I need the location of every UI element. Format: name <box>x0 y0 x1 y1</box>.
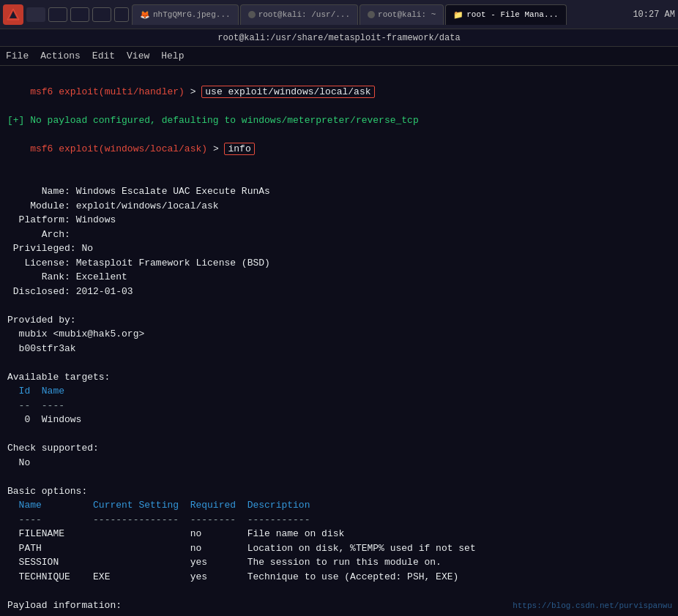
info-priv: Privileged: No <box>7 241 671 256</box>
blank-2 <box>7 298 671 313</box>
blank-3 <box>7 356 671 370</box>
cmd-use: use exploit/windows/local/ask <box>201 86 374 98</box>
info-arch: Arch: <box>7 228 671 242</box>
basic-options: Basic options: <box>7 484 671 499</box>
taskbar-btn-5[interactable] <box>114 7 129 22</box>
taskbar-btn-4[interactable] <box>92 7 111 22</box>
payload-info: Payload information: <box>7 598 671 613</box>
author-1: mubix <mubix@hak5.org> <box>7 327 671 342</box>
options-header: Name Current Setting Required Descriptio… <box>7 498 671 513</box>
tab-firefox[interactable]: 🦊 nhTgQMrG.jpeg... <box>132 4 239 25</box>
avail-targets: Available targets: <box>7 370 671 385</box>
opt-technique: TECHNIQUE EXE yes Technique to use (Acce… <box>7 570 671 585</box>
menu-edit[interactable]: Edit <box>92 50 115 61</box>
blank-7 <box>7 612 671 616</box>
info-platform: Platform: Windows <box>7 213 671 228</box>
check-supported: Check supported: <box>7 441 671 456</box>
tab-filemanager[interactable]: 📁 root - File Mana... <box>445 4 566 25</box>
author-2: b00stfr3ak <box>7 342 671 356</box>
provided-by: Provided by: <box>7 313 671 328</box>
opt-filename: FILENAME no File name on disk <box>7 527 671 541</box>
menu-file[interactable]: File <box>6 50 29 61</box>
targets-header: Id Name <box>7 384 671 399</box>
menubar: File Actions Edit View Help <box>0 47 678 66</box>
taskbar-right: 10:27 AM <box>633 10 675 20</box>
taskbar: 🦊 nhTgQMrG.jpeg... root@kali: /usr/... r… <box>0 0 678 29</box>
info-rank: Rank: Excellent <box>7 270 671 285</box>
info-disclosed: Disclosed: 2012-01-03 <box>7 285 671 299</box>
terminal-path: root@kali:/usr/share/metasploit-framewor… <box>217 33 460 43</box>
blank-4 <box>7 427 671 442</box>
tab-terminal1-label: root@kali: /usr/... <box>258 10 350 19</box>
targets-sep: -- ---- <box>7 399 671 413</box>
tab-terminal1[interactable]: root@kali: /usr/... <box>240 4 358 25</box>
kali-icon[interactable] <box>3 4 23 25</box>
taskbar-tabs: 🦊 nhTgQMrG.jpeg... root@kali: /usr/... r… <box>132 4 633 25</box>
terminal-line-2: [+] No payload configured, defaulting to… <box>7 113 671 128</box>
cmd-info: info <box>224 143 254 155</box>
taskbar-btn-3[interactable] <box>70 7 89 22</box>
tab-filemanager-label: root - File Mana... <box>466 10 558 19</box>
taskbar-btn-2[interactable] <box>48 7 67 22</box>
prompt-close-1: ) <box>179 86 185 97</box>
tab-terminal2[interactable]: root@kali: ~ <box>360 4 444 25</box>
terminal-titlebar: root@kali:/usr/share/metasploit-framewor… <box>0 29 678 47</box>
menu-help[interactable]: Help <box>161 50 184 61</box>
terminal-line-3: msf6 exploit(windows/local/ask) > info <box>7 127 671 170</box>
prompt-msf6-2: msf6 exploit( <box>30 143 104 154</box>
taskbar-left <box>3 4 129 25</box>
check-no: No <box>7 456 671 470</box>
tab-firefox-label: nhTgQMrG.jpeg... <box>153 10 231 19</box>
taskbar-btn-1[interactable] <box>26 7 45 22</box>
taskbar-time: 10:27 AM <box>633 10 675 20</box>
tab-terminal2-label: root@kali: ~ <box>378 10 436 19</box>
terminal[interactable]: msf6 exploit(multi/handler) > use exploi… <box>0 66 678 616</box>
blank-1 <box>7 170 671 185</box>
prompt-gt-1: > <box>185 86 201 97</box>
blank-5 <box>7 470 671 484</box>
terminal-line-1: msf6 exploit(multi/handler) > use exploi… <box>7 70 671 113</box>
target-0: 0 Windows <box>7 413 671 427</box>
blank-6 <box>7 584 671 598</box>
info-module: Module: exploit/windows/local/ask <box>7 199 671 214</box>
prompt-module-2: windows/local/ask <box>105 143 202 154</box>
info-name: Name: Windows Escalate UAC Execute RunAs <box>7 184 671 199</box>
prompt-gt-2: > <box>207 143 224 154</box>
menu-view[interactable]: View <box>127 50 149 61</box>
prompt-close-2: ) <box>201 143 207 154</box>
menu-actions[interactable]: Actions <box>40 50 81 61</box>
prompt-module-1: multi/handler <box>105 86 179 97</box>
prompt-msf6-1: msf6 exploit( <box>30 86 104 97</box>
opt-path: PATH no Location on disk, %TEMP% used if… <box>7 541 671 556</box>
opt-session: SESSION yes The session to run this modu… <box>7 555 671 570</box>
info-license: License: Metasploit Framework License (B… <box>7 256 671 271</box>
options-sep: ---- --------------- -------- ----------… <box>7 513 671 527</box>
